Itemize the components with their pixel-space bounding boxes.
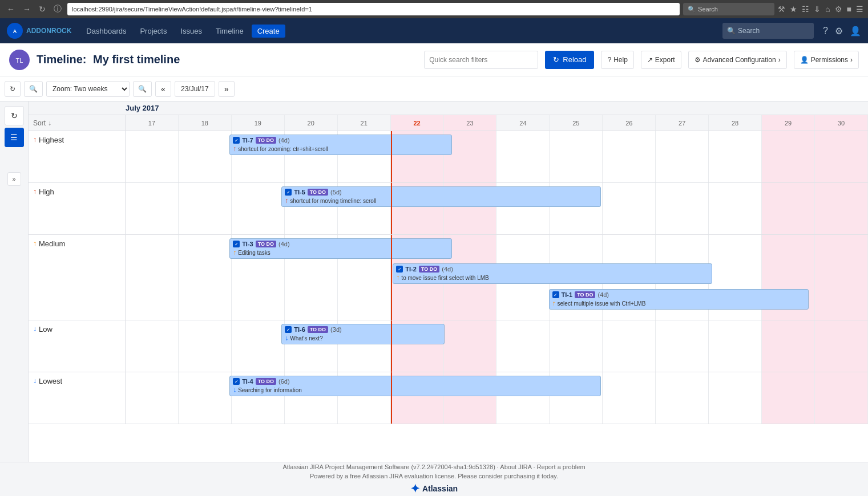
reload-button[interactable]: ↻ Reload bbox=[545, 51, 594, 69]
task-status-badge: TO DO bbox=[256, 137, 276, 144]
apply-zoom-button[interactable]: 🔍 bbox=[133, 81, 152, 97]
prev-date-button[interactable]: « bbox=[155, 81, 171, 97]
export-icon: ↗ bbox=[647, 56, 653, 64]
permissions-button[interactable]: 👤 Permissions › bbox=[794, 51, 859, 69]
browser-search-bar[interactable]: 🔍 Search bbox=[683, 3, 774, 15]
task-checkbox-icon[interactable]: ✓ bbox=[552, 291, 559, 298]
task-id-label: TI-2 bbox=[405, 266, 417, 273]
task-priority-icon: ↑ bbox=[285, 197, 288, 205]
header-search-bar[interactable]: 🔍 Search bbox=[722, 23, 814, 39]
task-id-label: TI-3 bbox=[242, 241, 253, 247]
task-checkbox-icon[interactable]: ✓ bbox=[233, 137, 240, 144]
search-toggle-button[interactable]: 🔍 bbox=[24, 81, 43, 97]
export-button[interactable]: ↗ Export bbox=[641, 51, 681, 69]
grid-icon[interactable]: ☷ bbox=[802, 5, 809, 14]
priority-label-high: ↑High bbox=[29, 183, 126, 234]
quick-search-input[interactable] bbox=[424, 51, 538, 69]
priority-label-low: ↓Low bbox=[29, 320, 126, 372]
task-id-label: TI-5 bbox=[294, 189, 305, 196]
create-button[interactable]: Create bbox=[252, 25, 285, 38]
user-avatar[interactable]: 👤 bbox=[850, 26, 861, 36]
task-checkbox-icon[interactable]: ✓ bbox=[285, 326, 292, 333]
next-date-button[interactable]: » bbox=[219, 81, 235, 97]
task-duration-label: (4d) bbox=[278, 241, 290, 247]
priority-label-lowest: ↓Lowest bbox=[29, 372, 126, 424]
bg-cell-day-18 bbox=[179, 235, 232, 320]
home-icon[interactable]: ⌂ bbox=[825, 5, 830, 14]
day-26: 26 bbox=[603, 115, 656, 131]
download-icon[interactable]: ⇓ bbox=[814, 5, 821, 14]
sidebar-list-button[interactable]: ☰ bbox=[5, 128, 24, 147]
main-layout: ↻ ☰ » July 2017 Sort ↓ 17 18 19 20 21 22… bbox=[0, 101, 868, 462]
settings-icon[interactable]: ⚙ bbox=[835, 26, 843, 36]
back-button[interactable]: ← bbox=[5, 3, 17, 15]
advanced-config-button[interactable]: ⚙ Advanced Configuration › bbox=[688, 51, 787, 69]
bg-cell-day-26 bbox=[603, 183, 656, 234]
help-icon[interactable]: ? bbox=[823, 26, 828, 36]
task-bar-ti-2[interactable]: ✓TI-2TO DO(4d)↑to move issue first selec… bbox=[393, 263, 712, 284]
expand-panel-button[interactable]: » bbox=[7, 172, 21, 186]
nav-issues[interactable]: Issues bbox=[175, 25, 208, 38]
task-priority-icon: ↓ bbox=[285, 334, 288, 342]
star-icon[interactable]: ★ bbox=[790, 5, 797, 14]
task-bar-ti-4[interactable]: ✓TI-4TO DO(6d)↓Searching for information bbox=[229, 376, 601, 396]
bg-cell-day-26 bbox=[603, 372, 656, 424]
task-duration-label: (4d) bbox=[442, 266, 453, 273]
bg-cell-day-30 bbox=[815, 320, 868, 372]
day-25: 25 bbox=[550, 115, 603, 131]
wrench-icon[interactable]: ⚒ bbox=[778, 5, 785, 14]
url-bar[interactable]: localhost:2990/jira/secure/TimelineViewA… bbox=[67, 3, 680, 15]
header-icons: ? ⚙ 👤 bbox=[823, 26, 861, 36]
refresh-button[interactable]: ↻ bbox=[37, 3, 48, 15]
undo-button[interactable]: ↻ bbox=[5, 81, 21, 97]
task-bar-ti-3[interactable]: ✓TI-3TO DO(4d)↑Editing tasks bbox=[229, 238, 452, 259]
nav-dashboards[interactable]: Dashboards bbox=[80, 25, 132, 38]
menu-icon[interactable]: ☰ bbox=[856, 5, 863, 14]
task-status-badge: TO DO bbox=[419, 266, 439, 273]
search-icon: 🔍 bbox=[29, 85, 38, 93]
task-description: Searching for information bbox=[238, 387, 302, 393]
bg-cell-day-29 bbox=[762, 183, 815, 234]
footer-line1: Atlassian JIRA Project Management Softwa… bbox=[282, 464, 585, 470]
sort-header[interactable]: Sort ↓ bbox=[29, 115, 126, 131]
task-checkbox-icon[interactable]: ✓ bbox=[233, 378, 240, 385]
logo-icon: A bbox=[7, 23, 23, 39]
bg-cell-day-19 bbox=[232, 320, 285, 372]
bg-cell-day-24 bbox=[496, 320, 550, 372]
task-bar-ti-7[interactable]: ✓TI-7TO DO(4d)↑shortcut for zooming: ctr… bbox=[229, 135, 452, 155]
bg-cell-day-25 bbox=[550, 320, 603, 372]
help-button[interactable]: ? Help bbox=[601, 51, 633, 69]
task-checkbox-icon[interactable]: ✓ bbox=[285, 189, 292, 196]
task-id-label: TI-4 bbox=[242, 378, 253, 385]
bg-cell-day-30 bbox=[815, 372, 868, 424]
bg-cell-day-26 bbox=[603, 131, 656, 182]
task-status-badge: TO DO bbox=[256, 241, 276, 247]
shield-icon[interactable]: ■ bbox=[847, 5, 851, 14]
puzzle-icon[interactable]: ⚙ bbox=[835, 5, 842, 14]
task-id-label: TI-7 bbox=[242, 137, 253, 144]
undo-icon: ↻ bbox=[10, 85, 15, 93]
bg-cell-day-29 bbox=[762, 320, 815, 372]
task-priority-icon: ↑ bbox=[396, 274, 399, 282]
help-circle-icon: ? bbox=[607, 56, 611, 64]
task-checkbox-icon[interactable]: ✓ bbox=[233, 241, 240, 247]
sidebar-undo-button[interactable]: ↻ bbox=[5, 106, 24, 125]
forward-button[interactable]: → bbox=[21, 3, 33, 15]
task-bar-ti-6[interactable]: ✓TI-6TO DO(3d)↓What's next? bbox=[281, 324, 445, 344]
bg-cell-day-28 bbox=[709, 320, 762, 372]
nav-timeline[interactable]: Timeline bbox=[210, 25, 249, 38]
bg-cell-day-25 bbox=[550, 131, 603, 182]
bg-cell-day-27 bbox=[656, 183, 709, 234]
task-bar-ti-5[interactable]: ✓TI-5TO DO(5d)↑shortcut for moving timel… bbox=[281, 186, 600, 207]
task-description: Editing tasks bbox=[238, 250, 271, 256]
day-20: 20 bbox=[285, 115, 338, 131]
zoom-select[interactable]: Zoom: One weekZoom: Two weeksZoom: One m… bbox=[46, 81, 130, 97]
left-sidebar: ↻ ☰ » bbox=[0, 101, 29, 462]
priority-content-area: ✓TI-3TO DO(4d)↑Editing tasks✓TI-2TO DO(4… bbox=[126, 235, 868, 320]
nav-projects[interactable]: Projects bbox=[134, 25, 172, 38]
bg-cell-day-27 bbox=[656, 320, 709, 372]
task-bar-ti-1[interactable]: ✓TI-1TO DO(4d)↑select multiple issue wit… bbox=[549, 289, 809, 310]
task-status-badge: TO DO bbox=[308, 326, 328, 333]
task-checkbox-icon[interactable]: ✓ bbox=[396, 266, 403, 273]
date-display: 23/Jul/17 bbox=[175, 81, 215, 97]
